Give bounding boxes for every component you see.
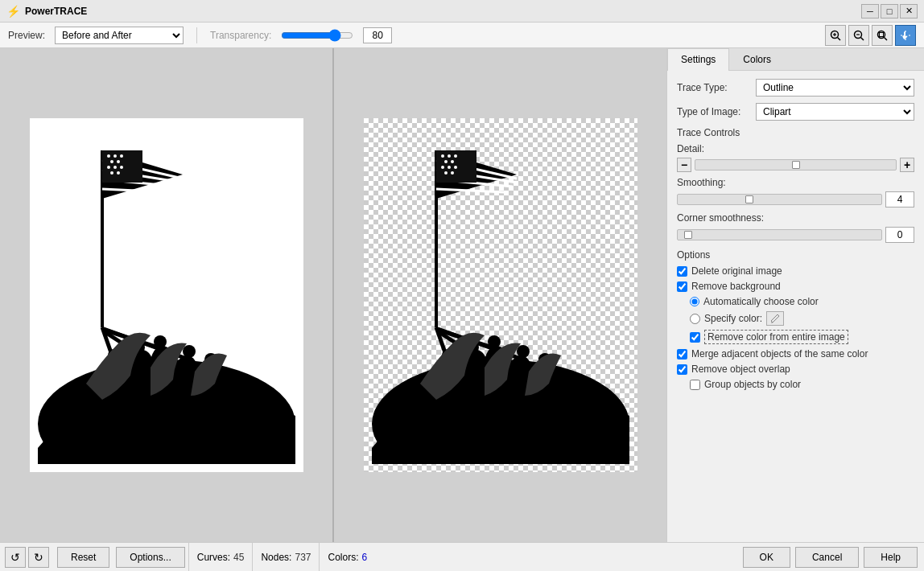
zoom-buttons: [825, 25, 916, 46]
detail-slider-row: − +: [677, 158, 914, 172]
preview-dropdown[interactable]: Before and After Before After Wireframe …: [55, 27, 184, 44]
zoom-fit-button[interactable]: [872, 25, 893, 46]
corner-slider-thumb: [684, 231, 692, 239]
specify-color-row: Specify color:: [677, 311, 914, 326]
remove-color-entire-label: Remove color from entire image: [704, 330, 848, 344]
options-button[interactable]: Options...: [116, 547, 184, 568]
type-of-image-row: Type of Image: Clipart Line Art Logo Pho…: [677, 103, 914, 121]
svg-point-56: [454, 166, 457, 169]
group-by-color-checkbox[interactable]: [690, 380, 700, 390]
zoom-out-button[interactable]: [848, 25, 869, 46]
svg-point-26: [117, 171, 120, 175]
remove-background-checkbox[interactable]: [677, 281, 687, 292]
options-title: Options: [677, 249, 914, 261]
remove-overlap-row: Remove object overlap: [677, 364, 914, 375]
detail-plus-button[interactable]: +: [900, 158, 914, 172]
toolbar-separator: [196, 27, 197, 43]
svg-point-21: [117, 160, 120, 163]
specify-color-label: Specify color:: [704, 313, 762, 324]
svg-point-23: [113, 166, 117, 169]
remove-bg-row: Remove background: [677, 281, 914, 292]
cancel-button[interactable]: Cancel: [795, 547, 859, 568]
redo-button[interactable]: ↻: [28, 547, 49, 568]
type-of-image-select[interactable]: Clipart Line Art Logo Photograph: [756, 103, 914, 121]
help-button[interactable]: Help: [864, 547, 918, 568]
svg-point-52: [444, 160, 448, 163]
svg-point-50: [448, 154, 451, 158]
detail-minus-button[interactable]: −: [677, 158, 691, 172]
svg-point-20: [110, 160, 113, 163]
transparency-slider[interactable]: [281, 29, 353, 42]
right-panel: Settings Colors Trace Type: Outline Cent…: [666, 48, 924, 542]
corner-smoothness-label: Corner smoothness:: [677, 212, 914, 224]
svg-line-8: [885, 37, 888, 40]
nodes-value: 737: [295, 552, 311, 563]
ok-button[interactable]: OK: [743, 547, 790, 568]
trace-type-label: Trace Type:: [677, 82, 749, 93]
pan-button[interactable]: [895, 25, 916, 46]
remove-overlap-label: Remove object overlap: [691, 364, 790, 375]
close-button[interactable]: ✕: [900, 4, 918, 18]
tabs-row: Settings Colors: [667, 48, 924, 71]
remove-color-entire-checkbox[interactable]: [690, 332, 700, 343]
remove-overlap-checkbox[interactable]: [677, 364, 687, 375]
corner-smoothness-value: 0: [885, 227, 914, 243]
svg-point-25: [110, 171, 113, 175]
action-buttons: OK Cancel Help: [375, 547, 924, 568]
corner-slider-row: 0: [677, 227, 914, 243]
merge-adjacent-row: Merge adjacent objects of the same color: [677, 348, 914, 359]
curves-label: Curves:: [197, 552, 230, 563]
svg-point-7: [878, 31, 885, 38]
svg-point-24: [120, 166, 123, 169]
svg-line-5: [861, 37, 864, 40]
transparency-value: 80: [363, 27, 392, 43]
svg-point-51: [454, 154, 457, 158]
type-of-image-label: Type of Image:: [677, 106, 749, 117]
merge-adjacent-checkbox[interactable]: [677, 349, 687, 359]
preview-label: Preview:: [8, 30, 45, 41]
zoom-in-icon: [830, 30, 841, 41]
maximize-button[interactable]: □: [881, 4, 898, 18]
delete-original-label: Delete original image: [691, 265, 782, 277]
toolbar: Preview: Before and After Before After W…: [0, 23, 924, 48]
reset-button[interactable]: Reset: [57, 547, 109, 568]
after-image: [372, 126, 629, 464]
preview-area: [0, 48, 666, 542]
curves-value: 45: [233, 552, 244, 563]
svg-point-19: [120, 154, 123, 158]
nodes-field: Nodes: 737: [252, 543, 319, 571]
trace-type-select[interactable]: Outline Centerline Technical Illustratio…: [756, 79, 914, 97]
after-image-container: [364, 118, 637, 472]
colors-value: 6: [362, 552, 368, 563]
auto-color-row: Automatically choose color: [677, 296, 914, 307]
smoothing-slider-track[interactable]: [677, 194, 882, 205]
app-title: PowerTRACE: [25, 6, 87, 17]
color-picker-button[interactable]: [766, 311, 784, 326]
svg-point-54: [441, 166, 444, 169]
svg-point-18: [113, 154, 117, 158]
colors-field: Colors: 6: [319, 543, 375, 571]
svg-point-58: [451, 171, 454, 175]
zoom-in-button[interactable]: [825, 25, 846, 46]
tab-settings[interactable]: Settings: [667, 48, 729, 71]
auto-choose-color-label: Automatically choose color: [703, 296, 819, 307]
transparency-label: Transparency:: [210, 30, 271, 41]
before-image-container: [30, 118, 303, 472]
zoom-out-icon: [853, 30, 864, 41]
detail-label: Detail:: [677, 143, 914, 154]
auto-choose-color-radio[interactable]: [690, 297, 699, 306]
specify-color-radio[interactable]: [690, 314, 700, 324]
group-by-color-label: Group objects by color: [704, 379, 801, 390]
tab-colors[interactable]: Colors: [729, 48, 785, 70]
svg-point-22: [107, 166, 110, 169]
minimize-button[interactable]: ─: [861, 4, 879, 18]
smoothing-label: Smoothing:: [677, 177, 914, 188]
main-area: Settings Colors Trace Type: Outline Cent…: [0, 48, 924, 542]
corner-slider-track[interactable]: [677, 229, 882, 240]
undo-button[interactable]: ↺: [5, 547, 26, 568]
detail-slider-track[interactable]: [695, 159, 897, 170]
delete-original-checkbox[interactable]: [677, 266, 687, 277]
zoom-fit-icon: [877, 30, 888, 41]
svg-point-17: [107, 154, 110, 158]
status-bar: ↺ ↻ Reset Options... Curves: 45 Nodes: 7…: [0, 542, 924, 571]
